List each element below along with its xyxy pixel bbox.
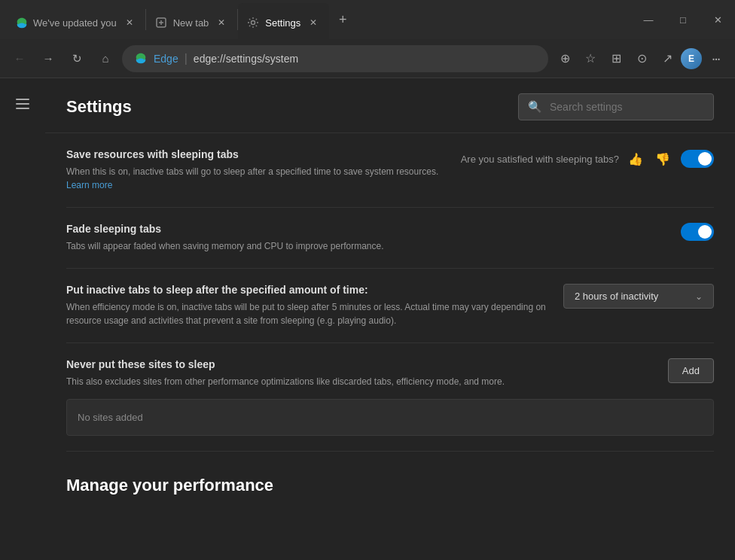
satisfaction-label: Are you satisfied with sleeping tabs? [461,154,619,165]
favorites-button[interactable]: ☆ [578,47,602,71]
never-sleep-label: Never put these sites to sleep [66,358,656,370]
address-field[interactable]: Edge | edge://settings/system [122,45,548,72]
learn-more-link[interactable]: Learn more [66,180,112,190]
save-resources-toggle[interactable] [681,150,714,168]
thumbup-button[interactable]: 👍 [625,148,646,169]
inactive-sleep-right: 2 hours of inactivity ⌄ [563,284,714,309]
save-resources-desc: When this is on, inactive tabs will go t… [66,165,449,192]
fade-sleeping-right [681,223,714,241]
svg-point-4 [252,21,255,25]
save-resources-header: Save resources with sleeping tabs When t… [66,148,714,192]
tab2-title: New tab [173,17,209,29]
window-controls: — □ ✕ [631,0,735,39]
inactive-sleep-header: Put inactive tabs to sleep after the spe… [66,284,714,327]
dropdown-arrow-icon: ⌄ [695,291,703,302]
toolbar-actions: ⊕ ☆ ⊞ ⊙ ↗ E ··· [553,47,727,71]
no-sites-label: No sites added [78,412,143,423]
tab-newtab[interactable]: New tab ✕ [146,3,238,42]
search-icon: 🔍 [528,100,542,114]
address-separator: | [185,52,188,65]
hamburger-line-3 [16,108,29,109]
tab1-title: We've updated you [33,17,117,29]
tab-settings[interactable]: Settings ✕ [238,3,329,42]
profile-avatar[interactable]: E [681,48,702,69]
manage-performance-section: Manage your performance [45,452,735,510]
save-resources-right: Are you satisfied with sleeping tabs? 👍 … [461,148,714,169]
search-box[interactable]: 🔍 [518,93,714,120]
maximize-button[interactable]: □ [666,0,700,39]
tab2-favicon [155,17,167,29]
fade-sleeping-label: Fade sleeping tabs [66,223,669,235]
add-to-favorites-button[interactable]: ⊕ [553,47,577,71]
fade-sleeping-desc: Tabs will appear faded when saving memor… [66,239,669,253]
browser-brand: Edge [154,53,178,65]
never-sleep-right: Add [668,358,714,383]
add-site-button[interactable]: Add [668,358,714,383]
inactivity-dropdown[interactable]: 2 hours of inactivity ⌄ [563,284,714,309]
fade-sleeping-row: Fade sleeping tabs Tabs will appear fade… [66,208,714,269]
titlebar: We've updated you ✕ New tab ✕ Settings ✕… [0,0,735,39]
tab3-close[interactable]: ✕ [307,16,320,29]
tab2-close[interactable]: ✕ [215,16,228,29]
inactivity-selected: 2 hours of inactivity [575,291,658,302]
inactive-sleep-label: Put inactive tabs to sleep after the spe… [66,284,551,296]
address-url: edge://settings/system [194,53,298,65]
hamburger-line-2 [16,103,29,105]
settings-header: Settings 🔍 [45,78,735,133]
hamburger-line-1 [16,99,29,100]
collections-button[interactable]: ⊞ [604,47,628,71]
search-input[interactable] [550,101,704,113]
home-button[interactable]: ⌂ [93,47,117,71]
never-sleep-row: Never put these sites to sleep This also… [66,343,714,452]
fade-sleeping-left: Fade sleeping tabs Tabs will appear fade… [66,223,669,253]
inactive-sleep-desc: When efficiency mode is on, inactive tab… [66,300,551,327]
shield-button[interactable]: ⊙ [630,47,654,71]
no-sites-box: No sites added [66,399,714,436]
new-tab-button[interactable]: + [329,0,356,39]
addressbar: ← → ↻ ⌂ Edge | edge://settings/system ⊕ … [0,39,735,78]
main-area: Settings 🔍 Save resources with sleeping … [0,78,735,560]
never-sleep-left: Never put these sites to sleep This also… [66,358,656,388]
close-button[interactable]: ✕ [700,0,735,39]
tab3-title: Settings [265,17,300,29]
fade-sleeping-toggle[interactable] [681,223,714,241]
manage-performance-title: Manage your performance [66,476,714,495]
minimize-button[interactable]: — [631,0,666,39]
save-resources-row: Save resources with sleeping tabs When t… [66,133,714,208]
refresh-button[interactable]: ↻ [65,47,89,71]
settings-sidebar [0,78,45,560]
more-button[interactable]: ··· [703,47,727,71]
satisfaction-area: Are you satisfied with sleeping tabs? 👍 … [461,148,673,169]
never-sleep-desc: This also excludes sites from other perf… [66,375,656,388]
inactive-sleep-row: Put inactive tabs to sleep after the spe… [66,269,714,343]
tab1-close[interactable]: ✕ [123,16,136,29]
never-sleep-header: Never put these sites to sleep This also… [66,358,714,388]
thumbdown-button[interactable]: 👎 [652,148,673,169]
sidebar-toggle[interactable] [9,90,36,117]
share-button[interactable]: ↗ [655,47,679,71]
settings-content: Settings 🔍 Save resources with sleeping … [45,78,735,560]
save-resources-label: Save resources with sleeping tabs [66,148,449,160]
sleeping-tabs-section: Save resources with sleeping tabs When t… [45,133,735,452]
settings-title: Settings [66,97,132,117]
forward-button[interactable]: → [36,47,60,71]
fade-sleeping-header: Fade sleeping tabs Tabs will appear fade… [66,223,714,253]
save-resources-left: Save resources with sleeping tabs When t… [66,148,449,192]
save-resources-desc-text: When this is on, inactive tabs will go t… [66,166,438,177]
tab-updated[interactable]: We've updated you ✕ [6,3,145,42]
inactive-sleep-left: Put inactive tabs to sleep after the spe… [66,284,551,327]
back-button[interactable]: ← [8,47,32,71]
tab1-favicon [15,17,27,29]
tab3-favicon [247,17,259,29]
